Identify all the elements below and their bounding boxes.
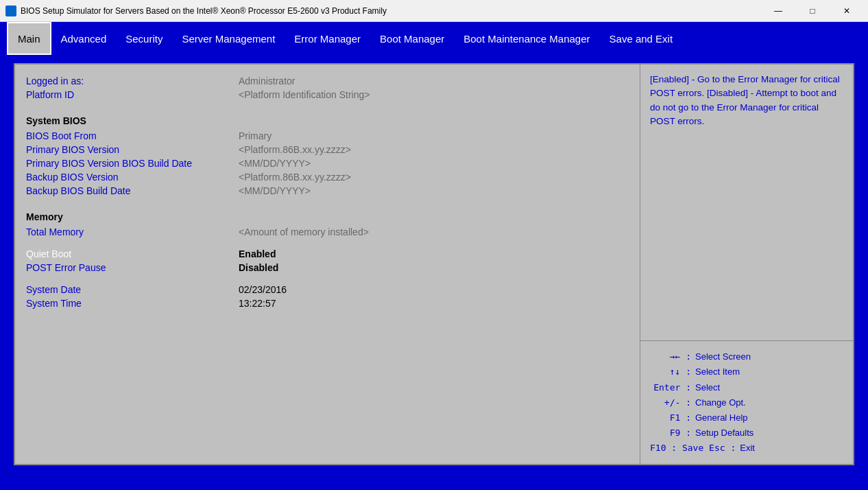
- key-symbol: F10 : Save Esc :: [650, 441, 736, 456]
- help-section: [Enabled] - Go to the Error Manager for …: [640, 65, 853, 341]
- total-memory-value: <Amount of memory installed>: [239, 226, 369, 237]
- backup-bios-version-label: Backup BIOS Version: [26, 172, 239, 183]
- nav-tab-boot-manager[interactable]: Boot Manager: [370, 22, 454, 55]
- platform-id-value: <Platform Identification String>: [239, 89, 370, 100]
- primary-bios-build-date-label: Primary BIOS Version BIOS Build Date: [26, 158, 239, 169]
- backup-bios-version-row[interactable]: Backup BIOS Version <Platform.86B.xx.yy.…: [26, 172, 629, 183]
- platform-id-label: Platform ID: [26, 89, 239, 100]
- left-panel: Logged in as: Administrator Platform ID …: [15, 65, 640, 464]
- bios-boot-from-value: Primary: [239, 130, 272, 141]
- post-error-pause-label: POST Error Pause: [26, 262, 239, 273]
- key-symbol: F1 :: [650, 410, 691, 425]
- key-symbol: Enter :: [650, 380, 691, 395]
- key-bindings: →← : Select Screen↑↓ : Select ItemEnter …: [650, 349, 843, 456]
- key-desc: Setup Defaults: [695, 425, 754, 441]
- key-binding-row: Enter : Select: [650, 380, 843, 395]
- system-bios-header: System BIOS: [26, 115, 629, 126]
- window-controls: — □ ✕: [762, 0, 863, 22]
- quiet-boot-value: Enabled: [239, 248, 276, 259]
- primary-bios-build-date-row[interactable]: Primary BIOS Version BIOS Build Date <MM…: [26, 158, 629, 169]
- post-error-pause-value: Disabled: [239, 262, 278, 273]
- key-desc: Select: [695, 380, 720, 395]
- quiet-boot-label: Quiet Boot: [26, 248, 239, 259]
- key-binding-row: F10 : Save Esc : Exit: [650, 441, 843, 456]
- key-binding-row: F1 : General Help: [650, 410, 843, 425]
- key-binding-row: →← : Select Screen: [650, 349, 843, 364]
- key-symbol: ↑↓ :: [650, 364, 691, 380]
- backup-bios-build-date-label: Backup BIOS Build Date: [26, 185, 239, 196]
- system-date-value: 02/23/2016: [239, 284, 287, 295]
- backup-bios-version-value: <Platform.86B.xx.yy.zzzz>: [239, 172, 351, 183]
- nav-tabs: MainAdvancedSecurityServer ManagementErr…: [7, 22, 682, 55]
- key-symbol: →← :: [650, 349, 691, 364]
- key-symbol: F9 :: [650, 425, 691, 441]
- bios-boot-from-label: BIOS Boot From: [26, 130, 239, 141]
- logged-in-label: Logged in as:: [26, 75, 239, 86]
- system-time-row[interactable]: System Time 13:22:57: [26, 298, 629, 309]
- total-memory-label: Total Memory: [26, 226, 239, 237]
- key-desc: General Help: [695, 410, 748, 425]
- nav-tab-server-management[interactable]: Server Management: [172, 22, 285, 55]
- primary-bios-version-value: <Platform.86B.xx.yy.zzzz>: [239, 144, 351, 155]
- total-memory-row[interactable]: Total Memory <Amount of memory installed…: [26, 226, 629, 237]
- primary-bios-build-date-value: <MM/DD/YYYY>: [239, 158, 311, 169]
- close-button[interactable]: ✕: [831, 0, 863, 22]
- help-text: [Enabled] - Go to the Error Manager for …: [650, 73, 843, 128]
- backup-bios-build-date-row[interactable]: Backup BIOS Build Date <MM/DD/YYYY>: [26, 185, 629, 196]
- key-desc: Select Item: [695, 364, 740, 380]
- nav-tab-advanced[interactable]: Advanced: [51, 22, 117, 55]
- content-area: Logged in as: Administrator Platform ID …: [14, 63, 854, 465]
- logged-in-row: Logged in as: Administrator: [26, 75, 629, 86]
- nav-tab-boot-maintenance[interactable]: Boot Maintenance Manager: [454, 22, 599, 55]
- key-desc: Exit: [740, 441, 755, 456]
- header-bar: MainAdvancedSecurityServer ManagementErr…: [0, 22, 868, 55]
- nav-tab-security[interactable]: Security: [116, 22, 172, 55]
- right-panel: [Enabled] - Go to the Error Manager for …: [640, 65, 853, 464]
- key-symbol: +/- :: [650, 395, 691, 410]
- logged-in-value: Administrator: [239, 75, 295, 86]
- system-time-value: 13:22:57: [239, 298, 276, 309]
- nav-tab-save-exit[interactable]: Save and Exit: [600, 22, 683, 55]
- key-binding-row: ↑↓ : Select Item: [650, 364, 843, 380]
- maximize-button[interactable]: □: [797, 0, 828, 22]
- primary-bios-version-row[interactable]: Primary BIOS Version <Platform.86B.xx.yy…: [26, 144, 629, 155]
- title-bar: BIOS Setup Simulator for Servers Based o…: [0, 0, 868, 22]
- system-date-row[interactable]: System Date 02/23/2016: [26, 284, 629, 295]
- minimize-button[interactable]: —: [762, 0, 794, 22]
- keybindings-section: →← : Select Screen↑↓ : Select ItemEnter …: [640, 341, 853, 464]
- primary-bios-version-label: Primary BIOS Version: [26, 144, 239, 155]
- nav-tab-error-manager[interactable]: Error Manager: [285, 22, 370, 55]
- window-title: BIOS Setup Simulator for Servers Based o…: [21, 6, 762, 16]
- key-desc: Change Opt.: [695, 395, 746, 410]
- app-icon: [5, 5, 16, 16]
- nav-tab-main[interactable]: Main: [7, 22, 51, 55]
- bios-boot-from-row[interactable]: BIOS Boot From Primary: [26, 130, 629, 141]
- quiet-boot-row[interactable]: Quiet Boot Enabled: [26, 248, 629, 259]
- key-binding-row: F9 : Setup Defaults: [650, 425, 843, 441]
- key-binding-row: +/- : Change Opt.: [650, 395, 843, 410]
- system-time-label: System Time: [26, 298, 239, 309]
- bottom-bar: [0, 465, 868, 490]
- platform-id-row[interactable]: Platform ID <Platform Identification Str…: [26, 89, 629, 100]
- post-error-pause-row[interactable]: POST Error Pause Disabled: [26, 262, 629, 273]
- system-date-label: System Date: [26, 284, 239, 295]
- memory-header: Memory: [26, 211, 629, 222]
- key-desc: Select Screen: [695, 349, 751, 364]
- backup-bios-build-date-value: <MM/DD/YYYY>: [239, 185, 311, 196]
